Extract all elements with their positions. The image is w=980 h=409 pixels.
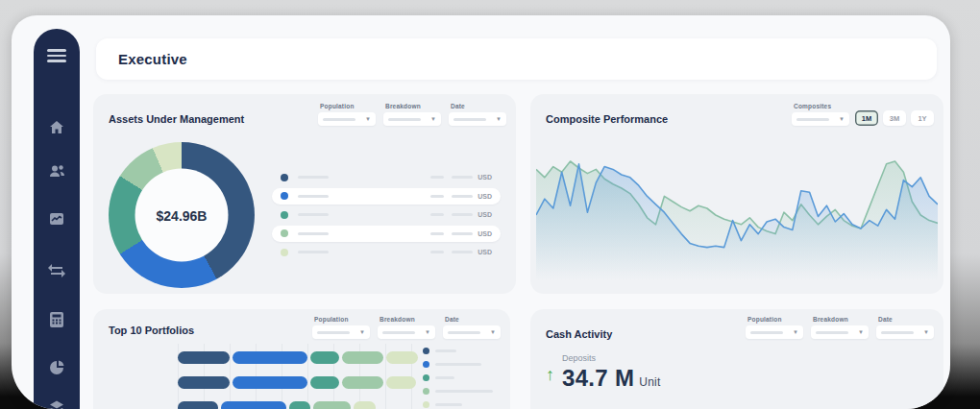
- calculator-icon[interactable]: [34, 311, 80, 328]
- currency-label: USD: [478, 249, 492, 255]
- deposits-unit: Unit: [639, 375, 661, 389]
- breakdown-select[interactable]: ▼: [383, 112, 441, 126]
- legend-dot: [281, 229, 288, 237]
- bar-segment: [221, 401, 287, 409]
- composite-controls: Composites ▼ 1M3M1Y: [792, 103, 934, 126]
- chevron-down-icon: ▼: [490, 329, 496, 335]
- breakdown-select[interactable]: ▼: [811, 325, 869, 339]
- home-icon[interactable]: [34, 119, 80, 136]
- chevron-down-icon: ▼: [858, 329, 864, 335]
- range-button-1y[interactable]: 1Y: [911, 110, 934, 126]
- legend-row: USD: [272, 169, 501, 185]
- card-title: Top 10 Portfolios: [109, 325, 194, 336]
- filter-label: Date: [443, 316, 501, 323]
- filter-label: Breakdown: [383, 103, 441, 109]
- currency-label: USD: [478, 211, 492, 218]
- bar-segment: [386, 376, 417, 389]
- legend-row: USD: [272, 188, 501, 204]
- range-button-3m[interactable]: 3M: [883, 110, 906, 126]
- portfolio-bar-row: [109, 351, 413, 364]
- legend-dot: [423, 374, 429, 381]
- currency-label: USD: [478, 230, 492, 237]
- legend-entry: [423, 361, 493, 368]
- top10-legend: [423, 348, 493, 409]
- bar-segment: [178, 401, 218, 409]
- legend-row: USD: [272, 206, 501, 223]
- bar-segment: [354, 401, 375, 409]
- clients-icon[interactable]: [34, 162, 80, 180]
- legend-dot: [281, 211, 288, 219]
- population-select[interactable]: ▼: [312, 325, 370, 339]
- legend-row: USD: [272, 244, 501, 260]
- chevron-down-icon: ▼: [793, 329, 798, 335]
- chevron-down-icon: ▼: [496, 116, 502, 122]
- card-cash-activity: Cash Activity Population ▼ Breakdown ▼ D…: [530, 309, 943, 409]
- aum-donut-chart: $24.96B: [109, 142, 255, 288]
- holdings-layers-icon[interactable]: [34, 399, 80, 409]
- bar-segment: [233, 376, 307, 389]
- legend-row: USD: [272, 226, 501, 242]
- card-title: Cash Activity: [546, 328, 612, 340]
- dashboard-stage: Executive Assets Under Management Popula…: [0, 0, 980, 409]
- chevron-down-icon: ▼: [923, 329, 929, 335]
- legend-entry: [423, 374, 493, 381]
- legend-dot: [281, 192, 288, 200]
- legend-dot: [423, 388, 429, 395]
- filter-label: Breakdown: [811, 316, 869, 323]
- composites-select[interactable]: ▼: [792, 112, 849, 126]
- population-select[interactable]: ▼: [746, 325, 803, 339]
- donut-hole: $24.96B: [135, 169, 229, 262]
- portfolio-chart-icon[interactable]: [34, 210, 80, 228]
- card-title: Composite Performance: [546, 113, 668, 125]
- aum-filters: Population ▼ Breakdown ▼ Date ▼: [318, 103, 506, 126]
- top10-filters: Population ▼ Breakdown ▼ Date ▼: [312, 316, 501, 339]
- range-button-1m[interactable]: 1M: [855, 110, 878, 126]
- chevron-down-icon: ▼: [359, 329, 365, 335]
- filter-label: Date: [449, 103, 506, 109]
- deposits-summary: ↑ Deposits 34.7 M Unit: [546, 353, 661, 392]
- legend-entry: [423, 348, 493, 354]
- page-title: Executive: [96, 51, 187, 67]
- allocation-pie-icon[interactable]: [34, 359, 80, 376]
- filter-label: Composites: [792, 103, 849, 109]
- legend-entry: [423, 388, 493, 395]
- chevron-down-icon: ▼: [365, 116, 371, 122]
- legend-dot: [281, 174, 288, 181]
- app-surface: Executive Assets Under Management Popula…: [12, 15, 950, 409]
- deposits-label: Deposits: [562, 353, 661, 363]
- population-select[interactable]: ▼: [318, 112, 376, 126]
- deposits-value: 34.7 M Unit: [562, 365, 661, 392]
- card-assets-under-management: Assets Under Management Population ▼ Bre…: [93, 94, 516, 294]
- legend-entry: [423, 401, 493, 408]
- bar-segment: [310, 376, 338, 389]
- bar-segment: [233, 351, 307, 364]
- chevron-down-icon: ▼: [839, 116, 845, 122]
- legend-dot: [423, 348, 429, 354]
- chevron-down-icon: ▼: [425, 329, 430, 335]
- composite-chart-svg: [536, 129, 938, 290]
- aum-total-value: $24.96B: [157, 207, 208, 223]
- range-button-group: 1M3M1Y: [855, 110, 934, 126]
- bar-segment: [386, 351, 418, 364]
- breakdown-select[interactable]: ▼: [378, 325, 435, 339]
- bar-segment: [178, 376, 230, 389]
- bar-segment: [342, 351, 383, 364]
- legend-dot: [281, 249, 288, 256]
- filter-label: Population: [312, 316, 370, 323]
- portfolio-bar-row: [109, 376, 413, 389]
- cash-filters: Population ▼ Breakdown ▼ Date ▼: [746, 316, 934, 339]
- filter-label: Population: [318, 103, 376, 109]
- currency-label: USD: [478, 193, 492, 200]
- menu-icon[interactable]: [34, 49, 80, 62]
- filter-label: Breakdown: [378, 316, 435, 323]
- date-select[interactable]: ▼: [449, 112, 506, 126]
- transfers-icon[interactable]: [34, 263, 80, 278]
- date-select[interactable]: ▼: [876, 325, 934, 339]
- chevron-down-icon: ▼: [430, 116, 436, 122]
- legend-dot: [423, 361, 429, 368]
- date-select[interactable]: ▼: [443, 325, 501, 339]
- bar-segment: [289, 401, 310, 409]
- bar-segment: [342, 376, 383, 389]
- page-header: Executive: [96, 38, 937, 80]
- sidebar: [34, 29, 80, 409]
